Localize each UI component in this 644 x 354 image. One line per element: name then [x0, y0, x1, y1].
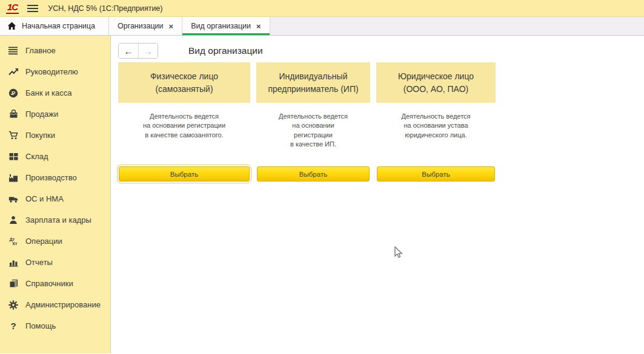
- person-icon: [8, 215, 19, 225]
- tab-label: Организации: [118, 22, 164, 30]
- sidebar-item-label: Склад: [25, 152, 48, 161]
- cart-icon: [8, 131, 19, 140]
- back-button[interactable]: ←: [119, 44, 138, 58]
- truck-icon: [8, 194, 19, 204]
- card-individual-selfemployed: Физическое лицо (самозанятый) Деятельнос…: [118, 62, 250, 186]
- sidebar-item-warehouse[interactable]: Склад: [0, 146, 110, 167]
- close-icon[interactable]: ×: [256, 22, 261, 30]
- main-menu-icon[interactable]: [27, 5, 38, 12]
- page-title: Вид организации: [188, 45, 263, 56]
- forward-button[interactable]: →: [138, 44, 158, 58]
- main-content: ← → Вид организации Физическое лицо (сам…: [111, 36, 644, 353]
- tab-organization-type[interactable]: Вид организации ×: [182, 17, 270, 35]
- svg-text:Р: Р: [12, 90, 16, 96]
- sidebar-item-manager[interactable]: Руководителю: [0, 61, 110, 82]
- titlebar: 1С УСН, НДС 5% (1С:Предприятие): [0, 0, 644, 17]
- factory-icon: [8, 173, 19, 183]
- debit-credit-icon: ДтКт: [8, 237, 19, 246]
- sidebar-item-label: Справочники: [25, 279, 73, 288]
- sidebar-item-main[interactable]: Главное: [0, 40, 110, 61]
- question-icon: ?: [8, 321, 19, 331]
- sidebar-item-production[interactable]: Производство: [0, 167, 110, 188]
- card-individual-entrepreneur: Индивидуальный предприниматель (ИП) Деят…: [256, 62, 370, 186]
- sidebar-item-bank-cash[interactable]: Р Банк и касса: [0, 82, 110, 103]
- home-icon: [7, 22, 16, 30]
- sidebar-item-reports[interactable]: Отчеты: [0, 252, 110, 273]
- menu-lines-icon: [8, 46, 19, 56]
- tab-organizations[interactable]: Организации ×: [109, 17, 182, 35]
- card-header: Физическое лицо (самозанятый): [118, 62, 250, 103]
- sidebar-item-label: Операции: [25, 237, 62, 246]
- sidebar-item-label: ОС и НМА: [25, 194, 64, 203]
- select-button-selfemployed[interactable]: Выбрать: [119, 166, 250, 182]
- sidebar-item-directories[interactable]: Справочники: [0, 273, 110, 294]
- card-description: Деятельность ведется на основании регист…: [118, 112, 250, 140]
- sidebar-item-operations[interactable]: ДтКт Операции: [0, 231, 110, 252]
- organization-type-cards: Физическое лицо (самозанятый) Деятельнос…: [118, 62, 644, 186]
- sidebar-item-label: Руководителю: [25, 67, 78, 76]
- sidebar-item-administration[interactable]: Администрирование: [0, 294, 110, 315]
- sidebar-item-help[interactable]: ? Помощь: [0, 315, 110, 336]
- sidebar-item-sales[interactable]: Продажи: [0, 103, 110, 125]
- sidebar-item-label: Покупки: [25, 131, 55, 140]
- sidebar-item-label: Банк и касса: [25, 88, 72, 97]
- app-title: УСН, НДС 5% (1С:Предприятие): [48, 4, 162, 13]
- sidebar-item-label: Продажи: [25, 110, 58, 119]
- card-legal-entity: Юридическое лицо (ООО, АО, ПАО) Деятельн…: [376, 62, 496, 186]
- sidebar: Главное Руководителю Р Банк и касса Прод…: [0, 36, 111, 353]
- card-description: Деятельность ведется на основании регист…: [256, 112, 370, 149]
- tab-home-page[interactable]: Начальная страница: [0, 17, 109, 35]
- sidebar-item-fixed-assets[interactable]: ОС и НМА: [0, 188, 110, 209]
- books-icon: [8, 279, 19, 289]
- sidebar-item-label: Администрирование: [25, 300, 101, 309]
- sidebar-item-label: Помощь: [25, 321, 56, 330]
- sidebar-item-label: Отчеты: [25, 258, 53, 267]
- tab-bar: Начальная страница Организации × Вид орг…: [0, 17, 644, 36]
- sidebar-item-label: Производство: [25, 173, 77, 182]
- bar-chart-icon: [8, 258, 19, 267]
- tab-label: Начальная страница: [22, 22, 95, 30]
- bag-icon: [8, 110, 19, 119]
- select-button-entrepreneur[interactable]: Выбрать: [257, 166, 370, 182]
- gear-icon: [8, 300, 19, 310]
- trend-icon: [8, 67, 19, 77]
- nav-row: ← → Вид организации: [118, 43, 644, 59]
- mouse-cursor: [394, 246, 403, 261]
- sidebar-item-label: Главное: [25, 46, 56, 55]
- app-window: 1С УСН, НДС 5% (1С:Предприятие) Начальна…: [0, 0, 644, 354]
- select-button-legal-entity[interactable]: Выбрать: [377, 166, 495, 182]
- card-description: Деятельность ведется на основании устава…: [376, 112, 496, 140]
- ruble-circle-icon: Р: [8, 88, 19, 98]
- card-header: Индивидуальный предприниматель (ИП): [256, 62, 370, 103]
- sidebar-item-payroll-hr[interactable]: Зарплата и кадры: [0, 209, 110, 231]
- close-icon[interactable]: ×: [169, 22, 174, 30]
- sidebar-item-label: Зарплата и кадры: [25, 215, 91, 225]
- warehouse-grid-icon: [8, 152, 19, 162]
- history-nav: ← →: [118, 43, 158, 59]
- card-header: Юридическое лицо (ООО, АО, ПАО): [376, 62, 496, 103]
- sidebar-item-purchases[interactable]: Покупки: [0, 125, 110, 146]
- 1c-logo: 1С: [6, 2, 19, 14]
- tab-label: Вид организации: [191, 22, 251, 30]
